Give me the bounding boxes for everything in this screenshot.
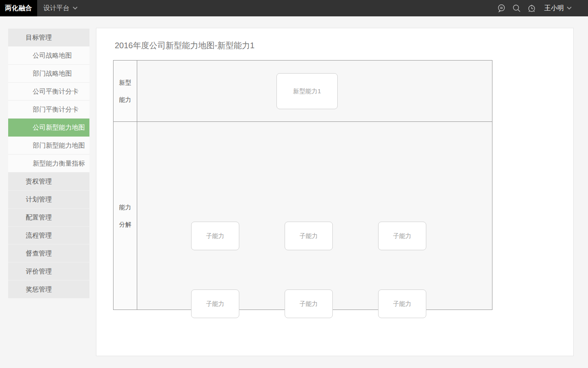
top-navigation-bar: 两化融合 设计平台 王小明 (0, 0, 588, 16)
page-title: 2016年度公司新型能力地图-新型能力1 (115, 40, 254, 51)
sidebar-item-new-capability-metrics[interactable]: 新型能力衡量指标 (8, 155, 89, 173)
capability-map-table: 新型 能力 新型能力1 能力 分解 子能力 子能力 子能力 子能力 子能力 子能… (113, 60, 492, 310)
sub-capability-node[interactable]: 子能力 (191, 222, 239, 250)
sub-capability-node[interactable]: 子能力 (378, 222, 426, 250)
chevron-down-icon (567, 7, 572, 10)
row-label-line: 能力 (119, 199, 131, 216)
sidebar-item-evaluation-management[interactable]: 评价管理 (8, 263, 89, 280)
sidebar-item-company-new-capability-map[interactable]: 公司新型能力地图 (8, 119, 89, 137)
alarm-clock-icon[interactable] (527, 4, 536, 13)
chevron-down-icon (73, 7, 78, 10)
sidebar-item-reward-punishment-management[interactable]: 奖惩管理 (8, 280, 89, 298)
row-label-capability-breakdown: 能力 分解 (114, 122, 137, 310)
sidebar-item-company-balanced-scorecard[interactable]: 公司平衡计分卡 (8, 83, 89, 101)
row-label-line: 分解 (119, 216, 131, 233)
capability-breakdown-row: 子能力 子能力 子能力 子能力 子能力 子能力 (137, 122, 492, 310)
sidebar-item-department-balanced-scorecard[interactable]: 部门平衡计分卡 (8, 101, 89, 119)
sub-capability-node[interactable]: 子能力 (285, 289, 333, 318)
sidebar-item-department-new-capability-map[interactable]: 部门新型能力地图 (8, 137, 89, 155)
topbar-actions: 王小明 (497, 4, 588, 13)
new-capability-row: 新型能力1 (137, 61, 492, 122)
sub-capability-node[interactable]: 子能力 (191, 289, 239, 318)
sidebar: 目标管理 公司战略地图 部门战略地图 公司平衡计分卡 部门平衡计分卡 公司新型能… (8, 29, 89, 298)
sidebar-item-supervision-management[interactable]: 督查管理 (8, 245, 89, 263)
sub-capability-node[interactable]: 子能力 (378, 289, 426, 318)
sidebar-item-configuration-management[interactable]: 配置管理 (8, 209, 89, 227)
app-logo[interactable]: 两化融合 (0, 0, 37, 16)
nav-design-platform[interactable]: 设计平台 (43, 4, 78, 13)
sidebar-item-plan-management[interactable]: 计划管理 (8, 191, 89, 209)
search-icon[interactable] (512, 4, 521, 13)
row-label-new-capability: 新型 能力 (114, 61, 137, 122)
row-label-line: 能力 (119, 91, 131, 108)
sidebar-item-goal-management[interactable]: 目标管理 (8, 29, 89, 47)
sidebar-item-company-strategy-map[interactable]: 公司战略地图 (8, 47, 89, 65)
user-name: 王小明 (544, 4, 564, 13)
user-menu[interactable]: 王小明 (544, 4, 572, 13)
capability-node[interactable]: 新型能力1 (276, 73, 338, 109)
sidebar-item-department-strategy-map[interactable]: 部门战略地图 (8, 65, 89, 83)
message-icon[interactable] (497, 4, 506, 13)
sidebar-item-responsibility-management[interactable]: 责权管理 (8, 173, 89, 191)
nav-design-platform-label: 设计平台 (43, 4, 69, 13)
content-panel: 2016年度公司新型能力地图-新型能力1 新型 能力 新型能力1 能力 分解 子… (96, 28, 574, 356)
row-label-line: 新型 (119, 74, 131, 91)
sub-capability-node[interactable]: 子能力 (285, 222, 333, 250)
sidebar-item-process-management[interactable]: 流程管理 (8, 227, 89, 245)
